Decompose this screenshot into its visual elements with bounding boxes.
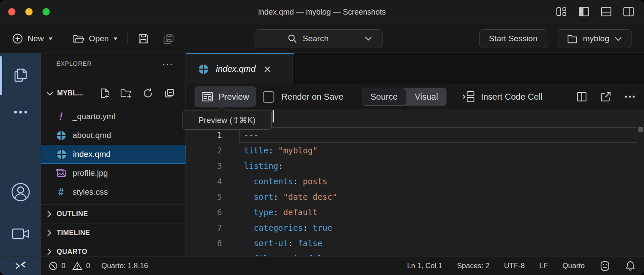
collapse-all-icon[interactable] [164,88,175,99]
new-folder-icon[interactable] [120,88,132,99]
preview-button[interactable]: Preview [194,86,256,107]
render-on-save-checkbox[interactable]: Render on Save [263,91,343,103]
section-label: QUARTO [57,248,87,256]
search-placeholder: Search [303,34,328,43]
explorer-more-actions-icon[interactable]: ··· [162,59,173,69]
screen-recorder-icon[interactable] [0,227,41,241]
file-row-styles-css[interactable]: #styles.css [41,183,185,202]
cursor-position[interactable]: Ln 1, Col 1 [407,262,442,270]
code-text: sort: "date desc" [244,192,337,202]
code-text: type: default [244,208,318,217]
code-line-2[interactable]: 2title: "myblog" [186,143,644,158]
current-line-highlight [239,127,637,143]
new-button[interactable]: New ▼ [9,31,57,47]
notifications-bell-icon[interactable] [625,260,635,272]
insert-code-cell-label: Insert Code Cell [481,92,542,102]
activity-bar [0,53,41,256]
toggle-left-sidebar-icon[interactable] [578,6,590,18]
file-list: !_quarto.ymlabout.qmdindex.qmdprofile.jp… [41,107,185,202]
quarto-version-label: Quarto: 1.8.16 [101,262,148,270]
open-external-icon[interactable] [600,91,611,102]
title-bar: index.qmd — myblog — Screenshots [0,0,644,24]
insert-code-cell-button[interactable]: Insert Code Cell [462,90,542,103]
refresh-icon[interactable] [143,88,154,99]
code-line-5[interactable]: 5 sort: "date desc" [186,189,644,205]
line-number: 2 [186,146,222,155]
explorer-view-icon[interactable] [0,66,41,85]
code-text: sort-ui: false [244,238,322,248]
toggle-bottom-panel-icon[interactable] [600,6,612,18]
sidebar-section-quarto[interactable]: QUARTO [41,242,185,256]
line-number: 8 [186,238,222,248]
chevron-right-icon [47,248,52,256]
save-button[interactable] [134,30,153,47]
new-file-icon[interactable] [100,88,110,99]
editor-scrollbar[interactable] [638,127,643,132]
code-text: title: "myblog" [244,146,318,155]
source-visual-toggle: Source Visual [362,88,447,106]
split-editor-icon[interactable] [576,91,587,102]
more-views-icon[interactable] [0,110,41,115]
customize-layout-icon[interactable] [556,6,568,18]
errors-icon [49,261,58,271]
code-text: contents: posts [244,177,328,186]
close-tab-icon[interactable] [263,65,272,73]
encoding[interactable]: UTF-8 [504,262,525,270]
code-line-8[interactable]: 8 sort-ui: false [186,235,644,251]
tab-index-qmd[interactable]: index.qmd [186,53,295,84]
code-editor[interactable]: 1---2title: "myblog"3listing:4 contents:… [186,109,644,256]
sidebar-section-outline[interactable]: OUTLINE [41,204,185,223]
start-session-button[interactable]: Start Session [479,29,547,48]
image-icon [55,168,67,178]
line-number: 5 [186,192,222,202]
file-row-profile-jpg[interactable]: profile.jpg [41,164,185,183]
chevron-down-icon: ▼ [112,36,118,42]
checkbox-icon [263,91,274,103]
project-selector-button[interactable]: myblog [557,29,632,48]
quarto-icon [56,149,67,160]
save-all-button[interactable] [159,30,179,48]
code-line-3[interactable]: 3listing: [186,158,644,174]
indentation[interactable]: Spaces: 2 [457,262,489,270]
open-button[interactable]: Open ▼ [69,31,122,47]
toggle-right-sidebar-icon[interactable] [623,6,635,18]
code-line-9[interactable]: 9 filter-ui: false [186,251,644,256]
line-number: 3 [186,161,222,171]
code-line-6[interactable]: 6 type: default [186,205,644,220]
code-line-7[interactable]: 7 categories: true [186,220,644,235]
remote-indicator-icon[interactable] [0,257,41,275]
source-mode-button[interactable]: Source [362,88,406,106]
language-mode[interactable]: Quarto [562,262,585,270]
quarto-file-icon [198,64,209,75]
file-row-about-qmd[interactable]: about.qmd [41,126,185,145]
project-label: myblog [583,34,609,43]
quarto-version[interactable]: Quarto: 1.8.16 [101,262,148,270]
feedback-icon[interactable] [599,260,611,272]
file-name: _quarto.yml [73,112,115,121]
file-name: styles.css [73,187,108,197]
chevron-down-icon: ▼ [48,36,54,42]
open-label: Open [89,34,109,43]
preview-label: Preview [219,92,249,102]
hash-icon: # [55,187,67,197]
workspace-name: MYBL... [57,89,83,97]
more-actions-icon[interactable] [624,95,635,98]
code-text: categories: true [244,223,332,232]
account-icon[interactable] [0,182,41,202]
error-count: 0 [61,262,65,270]
file-name: index.qmd [73,150,111,159]
status-bar: 0 0 Quarto: 1.8.16 Ln 1, Col 1 Spaces: 2… [0,256,644,275]
section-label: OUTLINE [57,210,88,218]
file-row-index-qmd[interactable]: index.qmd [41,145,185,164]
window-title: index.qmd — myblog — Screenshots [0,0,644,24]
sidebar-section-timeline[interactable]: TIMELINE [41,223,185,242]
eol[interactable]: LF [539,262,548,270]
separator [354,90,354,103]
workspace-section-header[interactable]: MYBL... [41,84,185,103]
top-action-bar: New ▼ Open ▼ [0,24,644,52]
code-line-4[interactable]: 4 contents: posts [186,174,644,189]
file-row--quarto-yml[interactable]: !_quarto.yml [41,107,185,126]
visual-mode-button[interactable]: Visual [406,88,447,106]
problems-indicator[interactable]: 0 0 [49,261,90,271]
search-input[interactable]: Search [255,29,383,48]
